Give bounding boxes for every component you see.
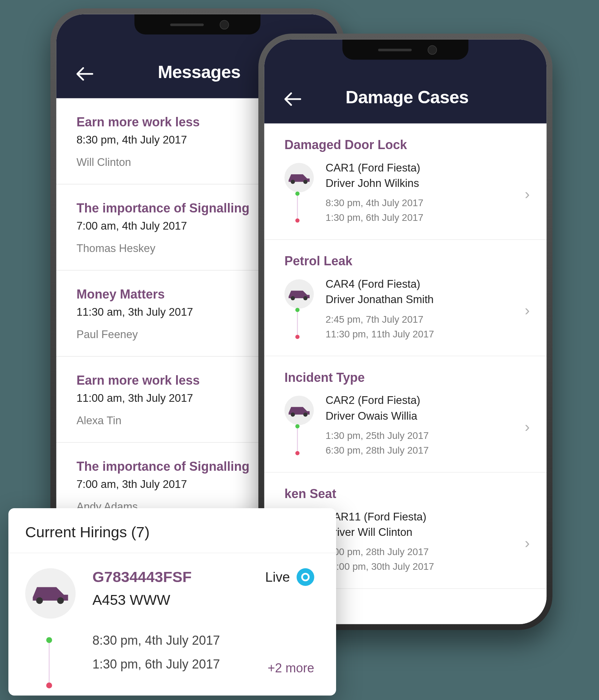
damage-item-title: ken Seat [284,487,534,501]
damage-item[interactable]: Damaged Door Lock CAR1 (Ford Fiesta) Dri… [264,124,546,240]
svg-point-5 [303,412,307,416]
svg-point-9 [57,597,64,604]
damage-end: 11:30 pm, 11th July 2017 [326,328,525,340]
damage-car: CAR2 (Ford Fiesta) [326,394,525,407]
current-hirings-card[interactable]: Current Hirings (7) G7834443FSF A453 WWW… [8,508,336,695]
phone-notch [134,14,260,35]
damage-item[interactable]: Petrol Leak CAR4 (Ford Fiesta) Driver Jo… [264,240,546,356]
svg-point-4 [291,412,295,416]
live-status-icon [297,568,314,586]
chevron-right-icon[interactable]: › [525,534,534,552]
damage-item-title: Damaged Door Lock [284,138,534,152]
damage-driver: Driver Will Clinton [326,526,525,539]
timeline-icon [297,426,298,454]
svg-point-3 [303,296,307,300]
hirings-title: Current Hirings (7) [8,523,336,553]
damage-driver: Driver Jonathan Smith [326,293,525,306]
car-icon [284,163,314,192]
damage-item-title: Incident Type [284,370,534,385]
damage-start: 1:30 pm, 25th July 2017 [326,430,525,441]
svg-point-8 [36,597,43,604]
damage-start: 2:00 pm, 28th July 2017 [326,546,525,558]
chevron-right-icon[interactable]: › [525,418,534,435]
hirings-start-time: 8:30 pm, 4th July 2017 [92,628,220,652]
car-icon [25,568,76,619]
timeline-icon [297,193,298,221]
damage-item-title: Petrol Leak [284,254,534,268]
damage-car: CAR11 (Ford Fiesta) [326,510,525,523]
hirings-end-time: 1:30 pm, 6th July 2017 [92,652,220,676]
damage-item[interactable]: Incident Type CAR2 (Ford Fiesta) Driver … [264,356,546,472]
chevron-right-icon[interactable]: › [525,302,534,319]
svg-point-0 [291,180,295,184]
chevron-right-icon[interactable]: › [525,185,534,203]
live-label: Live [265,569,290,585]
phone-notch [342,40,468,60]
svg-point-2 [291,296,295,300]
hirings-reg: G7834443FSF [92,568,220,586]
damage-start: 8:30 pm, 4th July 2017 [326,197,525,209]
svg-point-1 [303,180,307,184]
damage-end: 10:00 pm, 30th July 2017 [326,561,525,572]
timeline-icon [297,309,298,337]
car-icon [284,279,314,309]
damage-driver: Driver Owais Willia [326,410,525,422]
damage-end: 1:30 pm, 6th July 2017 [326,212,525,223]
damage-car: CAR4 (Ford Fiesta) [326,278,525,290]
damage-start: 2:45 pm, 7th July 2017 [326,314,525,325]
car-icon [284,396,314,425]
hirings-plate: A453 WWW [92,592,220,608]
more-link[interactable]: +2 more [268,661,314,676]
timeline-icon [49,640,49,686]
damage-car: CAR1 (Ford Fiesta) [326,161,525,174]
damage-end: 6:30 pm, 28th July 2017 [326,445,525,456]
damage-driver: Driver John Wilkins [326,177,525,190]
damage-title: Damage Cases [288,88,527,108]
